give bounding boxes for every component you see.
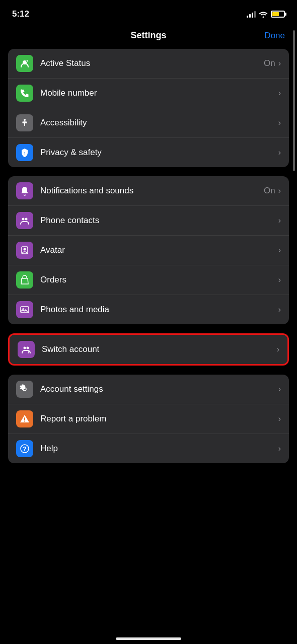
accessibility-label: Accessibility — [40, 118, 87, 128]
contacts-icon — [20, 216, 30, 226]
photos-media-content: Photos and media › — [40, 305, 281, 315]
notifications-chevron: › — [278, 186, 281, 195]
accessibility-content: Accessibility › — [40, 118, 281, 128]
notifications-icon — [20, 186, 30, 196]
notifications-label: Notifications and sounds — [40, 186, 133, 196]
settings-group-switch-account: Switch account › — [8, 333, 289, 366]
wifi-icon — [259, 11, 268, 18]
orders-label: Orders — [40, 275, 66, 285]
avatar-content: Avatar › — [40, 245, 281, 255]
switch-account-row[interactable]: Switch account › — [10, 335, 287, 364]
gear-icon — [20, 384, 30, 394]
orders-row[interactable]: Orders › — [8, 265, 289, 295]
active-status-row[interactable]: Active Status On › — [8, 49, 289, 79]
accessibility-chevron: › — [278, 118, 281, 127]
mobile-number-chevron: › — [278, 89, 281, 98]
privacy-safety-icon-bg: ↑ — [16, 144, 33, 161]
photos-media-label: Photos and media — [40, 305, 109, 315]
photos-media-chevron: › — [278, 305, 281, 314]
report-problem-content: Report a problem › — [40, 414, 281, 424]
avatar-chevron: › — [278, 246, 281, 255]
notifications-icon-bg — [16, 182, 33, 199]
switch-account-icon — [21, 344, 31, 354]
mobile-number-icon-bg — [16, 85, 33, 102]
privacy-safety-content: Privacy & safety › — [40, 148, 281, 158]
phone-icon — [20, 88, 30, 98]
notifications-row[interactable]: Notifications and sounds On › — [8, 176, 289, 206]
done-button[interactable]: Done — [264, 31, 285, 41]
account-settings-row[interactable]: Account settings › — [8, 375, 289, 404]
photos-media-icon-bg — [16, 301, 33, 318]
help-content: Help › — [40, 444, 281, 454]
help-icon-bg: ? — [16, 440, 33, 457]
orders-icon-bg — [16, 271, 33, 289]
phone-contacts-chevron: › — [278, 216, 281, 225]
account-settings-label: Account settings — [40, 384, 103, 394]
account-settings-icon-bg — [16, 381, 33, 398]
page-title: Settings — [130, 30, 166, 41]
switch-account-icon-bg — [18, 341, 35, 358]
avatar-icon-bg — [16, 242, 33, 259]
active-status-label: Active Status — [40, 58, 90, 68]
report-problem-icon-bg — [16, 410, 33, 427]
help-icon: ? — [20, 444, 30, 454]
mobile-number-content: Mobile number › — [40, 88, 281, 98]
orders-chevron: › — [278, 275, 281, 284]
switch-account-label: Switch account — [42, 344, 99, 354]
privacy-icon: ↑ — [20, 148, 30, 158]
account-settings-chevron: › — [278, 385, 281, 394]
svg-point-12 — [27, 347, 29, 349]
privacy-safety-row[interactable]: ↑ Privacy & safety › — [8, 138, 289, 167]
svg-point-2 — [27, 60, 28, 62]
active-status-icon — [20, 58, 30, 68]
svg-point-11 — [24, 347, 26, 349]
photos-media-row[interactable]: Photos and media › — [8, 295, 289, 324]
accessibility-icon — [20, 118, 30, 128]
report-problem-chevron: › — [278, 414, 281, 423]
settings-group-4: Account settings › Report a problem › — [8, 375, 289, 463]
notifications-content: Notifications and sounds On › — [40, 186, 281, 196]
phone-contacts-row[interactable]: Phone contacts › — [8, 206, 289, 236]
account-settings-content: Account settings › — [40, 384, 281, 394]
active-status-icon-bg — [16, 55, 33, 72]
mobile-number-row[interactable]: Mobile number › — [8, 79, 289, 108]
signal-icon — [247, 11, 256, 18]
accessibility-icon-bg — [16, 114, 33, 131]
svg-text:↑: ↑ — [24, 151, 26, 156]
warning-icon — [20, 414, 30, 424]
svg-point-5 — [22, 218, 25, 221]
svg-point-3 — [24, 119, 26, 121]
status-icons — [247, 11, 285, 18]
active-status-chevron: › — [278, 59, 281, 68]
notifications-value: On — [264, 186, 275, 196]
orders-content: Orders › — [40, 275, 281, 285]
accessibility-row[interactable]: Accessibility › — [8, 108, 289, 138]
header: Settings Done — [0, 25, 297, 49]
notifications-right: On › — [264, 186, 281, 196]
status-bar: 5:12 — [0, 0, 297, 25]
status-time: 5:12 — [12, 9, 29, 19]
home-indicator — [116, 637, 181, 640]
switch-account-chevron: › — [277, 345, 279, 354]
report-problem-row[interactable]: Report a problem › — [8, 404, 289, 434]
orders-icon — [20, 275, 30, 285]
help-row[interactable]: ? Help › — [8, 434, 289, 463]
phone-contacts-content: Phone contacts › — [40, 216, 281, 226]
privacy-safety-chevron: › — [278, 148, 281, 157]
settings-container: Active Status On › Mobile number › — [0, 49, 297, 463]
avatar-icon — [20, 245, 30, 255]
svg-text:?: ? — [23, 446, 26, 453]
avatar-row[interactable]: Avatar › — [8, 236, 289, 265]
active-status-value: On — [264, 58, 275, 68]
settings-group-2: Notifications and sounds On › Phone cont… — [8, 176, 289, 324]
avatar-label: Avatar — [40, 245, 65, 255]
settings-group-1: Active Status On › Mobile number › — [8, 49, 289, 167]
svg-point-13 — [24, 421, 25, 422]
privacy-safety-label: Privacy & safety — [40, 148, 102, 158]
battery-icon — [271, 11, 285, 18]
help-label: Help — [40, 444, 58, 454]
active-status-right: On › — [264, 58, 281, 68]
mobile-number-label: Mobile number — [40, 88, 97, 98]
help-chevron: › — [278, 444, 281, 453]
photos-icon — [20, 305, 30, 315]
